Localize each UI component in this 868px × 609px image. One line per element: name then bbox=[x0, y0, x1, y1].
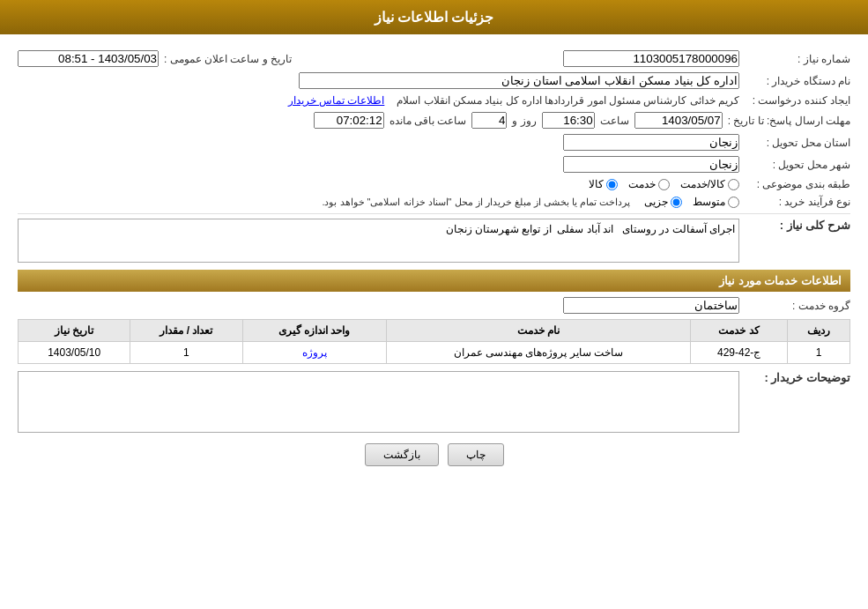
buyer-notes-label: توضیحات خریدار : bbox=[745, 371, 850, 384]
service-group-input[interactable] bbox=[563, 297, 739, 314]
print-button[interactable]: چاپ bbox=[448, 443, 504, 466]
delivery-province-label: استان محل تحویل : bbox=[745, 137, 850, 149]
cell-name: ساخت سایر پروژه‌های مهندسی عمران bbox=[386, 342, 691, 364]
col-code: کد خدمت bbox=[691, 320, 788, 342]
requestor-label: ایجاد کننده درخواست : bbox=[745, 94, 850, 107]
buyer-org-label: نام دستگاه خریدار : bbox=[745, 75, 850, 87]
announcement-date-label: تاریخ و ساعت اعلان عمومی : bbox=[164, 53, 292, 65]
need-number-input[interactable] bbox=[563, 50, 739, 67]
reply-date-input[interactable] bbox=[634, 112, 723, 129]
table-row: 1 ج-42-429 ساخت سایر پروژه‌های مهندسی عم… bbox=[19, 342, 850, 364]
services-table: ردیف کد خدمت نام خدمت واحد اندازه گیری ت… bbox=[18, 319, 850, 364]
back-button[interactable]: بازگشت bbox=[365, 443, 439, 466]
process-radio-minor[interactable] bbox=[671, 197, 682, 208]
category-radio-service[interactable] bbox=[658, 179, 670, 190]
cell-unit: پروژه bbox=[242, 342, 386, 364]
cell-date: 1403/05/10 bbox=[19, 342, 130, 364]
requestor-text: کریم خدائی کارشناس مسئول امور قراردادها … bbox=[397, 94, 739, 107]
cell-quantity: 1 bbox=[130, 342, 242, 364]
process-radio-group: متوسط جزیی bbox=[644, 196, 739, 208]
services-section-title: اطلاعات خدمات مورد نیاز bbox=[719, 274, 842, 287]
reply-time-input[interactable] bbox=[542, 112, 595, 129]
col-index: ردیف bbox=[787, 320, 849, 342]
services-section-header: اطلاعات خدمات مورد نیاز bbox=[18, 270, 850, 292]
col-name: نام خدمت bbox=[386, 320, 691, 342]
buyer-notes-textarea[interactable] bbox=[18, 371, 739, 433]
delivery-city-label: شهر محل تحویل : bbox=[745, 159, 850, 171]
requestor-contact-link[interactable]: اطلاعات تماس خریدار bbox=[288, 94, 385, 107]
buyer-org-input[interactable] bbox=[299, 72, 739, 89]
reply-remaining-label: ساعت باقی مانده bbox=[389, 115, 467, 127]
process-desc: پرداخت تمام یا بخشی از مبلغ خریدار از مح… bbox=[322, 197, 630, 208]
reply-time-label: ساعت bbox=[600, 115, 629, 127]
service-group-label: گروه خدمت : bbox=[745, 300, 850, 312]
category-radio-goods-services[interactable] bbox=[728, 179, 739, 190]
cell-code: ج-42-429 bbox=[691, 342, 788, 364]
col-unit: واحد اندازه گیری bbox=[242, 320, 386, 342]
description-textarea[interactable]: اجرای آسفالت در روستای اند آباد سفلی از … bbox=[18, 219, 739, 263]
process-option-minor[interactable]: جزیی bbox=[644, 196, 682, 208]
reply-days-input[interactable] bbox=[471, 112, 507, 129]
description-label: شرح کلی نیاز : bbox=[745, 219, 850, 232]
process-option-medium[interactable]: متوسط bbox=[693, 196, 739, 208]
category-option-service[interactable]: خدمت bbox=[628, 178, 670, 190]
announcement-date-input[interactable] bbox=[18, 50, 159, 67]
cell-index: 1 bbox=[787, 342, 849, 364]
process-label: نوع فرآیند خرید : bbox=[745, 196, 850, 208]
category-radio-goods[interactable] bbox=[606, 179, 618, 190]
need-number-label: شماره نیاز : bbox=[745, 53, 850, 65]
button-row: چاپ بازگشت bbox=[18, 443, 850, 466]
category-label: طبقه بندی موضوعی : bbox=[745, 178, 850, 190]
col-date: تاریخ نیاز bbox=[19, 320, 130, 342]
header-title-text: جزئیات اطلاعات نیاز bbox=[375, 10, 494, 25]
page-title: جزئیات اطلاعات نیاز bbox=[0, 0, 868, 34]
category-option-goods[interactable]: کالا bbox=[589, 178, 618, 190]
reply-days-label: روز و bbox=[512, 115, 536, 127]
delivery-city-input[interactable] bbox=[563, 156, 739, 173]
reply-remaining-input[interactable] bbox=[314, 112, 384, 129]
col-quantity: تعداد / مقدار bbox=[130, 320, 242, 342]
delivery-province-input[interactable] bbox=[563, 134, 739, 151]
process-radio-medium[interactable] bbox=[728, 197, 739, 208]
reply-deadline-label: مهلت ارسال پاسخ: تا تاریخ : bbox=[728, 115, 850, 127]
category-radio-group: کالا/خدمت خدمت کالا bbox=[589, 178, 739, 190]
category-option-goods-services[interactable]: کالا/خدمت bbox=[680, 178, 739, 190]
